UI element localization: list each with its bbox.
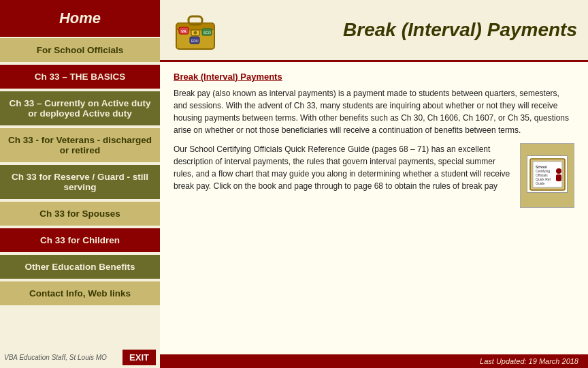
sidebar-footer: VBA Education Staff, St Louis MO EXIT bbox=[0, 347, 160, 368]
bottom-bar: Last Updated: 19 March 2018 bbox=[160, 354, 588, 368]
sidebar-footer-text: VBA Education Staff, St Louis MO bbox=[4, 354, 122, 361]
sidebar: Home For School Officials Ch 33 – THE BA… bbox=[0, 0, 160, 368]
content-paragraph-2-container: Our School Certifying Officials Quick Re… bbox=[174, 143, 574, 208]
svg-text:SCO: SCO bbox=[203, 31, 211, 35]
sidebar-item-ch33-active[interactable]: Ch 33 – Currently on Active duty or depl… bbox=[0, 91, 160, 125]
briefcase-icon: VA EDU SCO bbox=[171, 5, 220, 55]
content-subtitle: Break (Interval) Payments bbox=[174, 72, 574, 82]
sidebar-item-ch33-spouses[interactable]: Ch 33 for Spouses bbox=[0, 202, 160, 226]
sidebar-item-other-education[interactable]: Other Education Benefits bbox=[0, 255, 160, 279]
content-paragraph-2-text: Our School Certifying Officials Quick Re… bbox=[174, 143, 513, 192]
svg-point-18 bbox=[556, 168, 561, 174]
content-paragraph-1: Break pay (also known as interval paymen… bbox=[174, 87, 574, 136]
sidebar-item-ch33-children[interactable]: Ch 33 for Children bbox=[0, 228, 160, 252]
exit-button[interactable]: EXIT bbox=[122, 350, 156, 365]
book-thumbnail[interactable]: School Certifying Officials Quick Ref Gu… bbox=[520, 143, 574, 208]
sidebar-home[interactable]: Home bbox=[0, 0, 160, 37]
svg-text:EDU: EDU bbox=[191, 39, 199, 43]
sidebar-item-ch33-veterans[interactable]: Ch 33 - for Veterans - discharged or ret… bbox=[0, 128, 160, 162]
page-title: Break (Interval) Payments bbox=[231, 19, 577, 41]
sidebar-item-for-school-officials[interactable]: For School Officials bbox=[0, 38, 160, 62]
svg-point-4 bbox=[194, 31, 197, 35]
main-content: VA EDU SCO Break (Interval) Payments Bre… bbox=[160, 0, 588, 368]
sidebar-item-contact-info[interactable]: Contact Info, Web links bbox=[0, 281, 160, 305]
svg-rect-19 bbox=[556, 174, 561, 181]
svg-text:Guide: Guide bbox=[536, 181, 545, 185]
header: VA EDU SCO Break (Interval) Payments bbox=[160, 0, 588, 62]
sidebar-item-ch33-basics[interactable]: Ch 33 – THE BASICS bbox=[0, 65, 160, 89]
svg-text:VA: VA bbox=[181, 29, 187, 33]
sidebar-item-ch33-reserve[interactable]: Ch 33 for Reserve / Guard - still servin… bbox=[0, 165, 160, 199]
book-thumbnail-image: School Certifying Officials Quick Ref Gu… bbox=[527, 155, 568, 193]
content-area: Break (Interval) Payments Break pay (als… bbox=[160, 62, 588, 354]
